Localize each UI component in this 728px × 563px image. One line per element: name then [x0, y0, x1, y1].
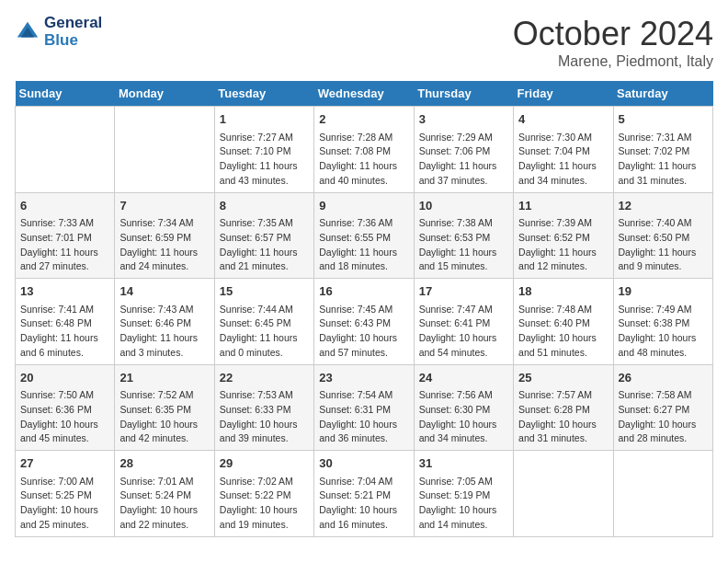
page-header: General Blue October 2024 Marene, Piedmo… [15, 15, 713, 70]
day-info: Sunrise: 7:58 AM Sunset: 6:27 PM Dayligh… [619, 388, 708, 446]
calendar-cell [115, 107, 214, 193]
calendar-cell: 8Sunrise: 7:35 AM Sunset: 6:57 PM Daylig… [214, 192, 313, 279]
calendar-cell: 26Sunrise: 7:58 AM Sunset: 6:27 PM Dayli… [613, 364, 712, 451]
calendar-week-row: 6Sunrise: 7:33 AM Sunset: 7:01 PM Daylig… [16, 192, 713, 279]
day-info: Sunrise: 7:53 AM Sunset: 6:33 PM Dayligh… [220, 388, 309, 446]
day-info: Sunrise: 7:36 AM Sunset: 6:55 PM Dayligh… [319, 216, 408, 274]
calendar-cell: 5Sunrise: 7:31 AM Sunset: 7:02 PM Daylig… [613, 107, 712, 193]
calendar-cell: 3Sunrise: 7:29 AM Sunset: 7:06 PM Daylig… [414, 107, 513, 193]
day-info: Sunrise: 7:43 AM Sunset: 6:46 PM Dayligh… [119, 303, 209, 361]
day-number: 5 [619, 110, 708, 129]
calendar-cell: 2Sunrise: 7:28 AM Sunset: 7:08 PM Daylig… [314, 107, 414, 193]
calendar-table: SundayMondayTuesdayWednesdayThursdayFrid… [15, 81, 713, 537]
day-info: Sunrise: 7:48 AM Sunset: 6:40 PM Dayligh… [518, 303, 608, 361]
calendar-week-row: 20Sunrise: 7:50 AM Sunset: 6:36 PM Dayli… [16, 364, 713, 451]
day-number: 16 [319, 282, 408, 301]
day-number: 4 [518, 110, 608, 129]
title-block: October 2024 Marene, Piedmont, Italy [513, 15, 713, 70]
calendar-cell: 10Sunrise: 7:38 AM Sunset: 6:53 PM Dayli… [414, 192, 513, 279]
day-info: Sunrise: 7:54 AM Sunset: 6:31 PM Dayligh… [319, 388, 408, 446]
calendar-cell: 4Sunrise: 7:30 AM Sunset: 7:04 PM Daylig… [514, 107, 613, 193]
day-info: Sunrise: 7:38 AM Sunset: 6:53 PM Dayligh… [419, 216, 508, 274]
day-info: Sunrise: 7:41 AM Sunset: 6:48 PM Dayligh… [20, 303, 109, 361]
calendar-cell: 19Sunrise: 7:49 AM Sunset: 6:38 PM Dayli… [613, 279, 712, 365]
day-info: Sunrise: 7:39 AM Sunset: 6:52 PM Dayligh… [518, 216, 608, 274]
day-of-week-header: Tuesday [214, 81, 313, 107]
calendar-cell: 15Sunrise: 7:44 AM Sunset: 6:45 PM Dayli… [214, 279, 313, 365]
day-info: Sunrise: 7:50 AM Sunset: 6:36 PM Dayligh… [20, 388, 109, 446]
day-number: 17 [419, 282, 508, 301]
day-of-week-header: Sunday [16, 81, 115, 107]
day-info: Sunrise: 7:47 AM Sunset: 6:41 PM Dayligh… [419, 303, 508, 361]
logo-icon [15, 19, 40, 45]
calendar-cell: 1Sunrise: 7:27 AM Sunset: 7:10 PM Daylig… [214, 107, 313, 193]
day-info: Sunrise: 7:40 AM Sunset: 6:50 PM Dayligh… [619, 216, 708, 274]
logo: General Blue [15, 15, 102, 49]
logo-text: General Blue [44, 15, 102, 49]
calendar-cell: 24Sunrise: 7:56 AM Sunset: 6:30 PM Dayli… [414, 364, 513, 451]
day-number: 24 [419, 369, 508, 387]
calendar-cell: 9Sunrise: 7:36 AM Sunset: 6:55 PM Daylig… [314, 192, 414, 279]
calendar-cell: 14Sunrise: 7:43 AM Sunset: 6:46 PM Dayli… [115, 279, 214, 365]
day-number: 19 [619, 282, 708, 301]
calendar-cell: 31Sunrise: 7:05 AM Sunset: 5:19 PM Dayli… [414, 451, 513, 537]
calendar-cell: 29Sunrise: 7:02 AM Sunset: 5:22 PM Dayli… [214, 451, 313, 537]
day-info: Sunrise: 7:56 AM Sunset: 6:30 PM Dayligh… [419, 388, 508, 446]
calendar-cell: 22Sunrise: 7:53 AM Sunset: 6:33 PM Dayli… [214, 364, 313, 451]
day-info: Sunrise: 7:44 AM Sunset: 6:45 PM Dayligh… [220, 303, 309, 361]
day-number: 28 [119, 454, 209, 473]
calendar-week-row: 1Sunrise: 7:27 AM Sunset: 7:10 PM Daylig… [16, 107, 713, 193]
day-number: 11 [518, 197, 608, 215]
day-number: 31 [419, 454, 508, 473]
calendar-cell: 25Sunrise: 7:57 AM Sunset: 6:28 PM Dayli… [514, 364, 613, 451]
day-info: Sunrise: 7:57 AM Sunset: 6:28 PM Dayligh… [518, 388, 608, 446]
calendar-header-row: SundayMondayTuesdayWednesdayThursdayFrid… [16, 81, 713, 107]
calendar-week-row: 27Sunrise: 7:00 AM Sunset: 5:25 PM Dayli… [16, 451, 713, 537]
day-info: Sunrise: 7:30 AM Sunset: 7:04 PM Dayligh… [518, 131, 608, 189]
day-number: 1 [220, 110, 309, 129]
calendar-week-row: 13Sunrise: 7:41 AM Sunset: 6:48 PM Dayli… [16, 279, 713, 365]
day-info: Sunrise: 7:01 AM Sunset: 5:24 PM Dayligh… [119, 475, 209, 533]
day-number: 3 [419, 110, 508, 129]
day-info: Sunrise: 7:29 AM Sunset: 7:06 PM Dayligh… [419, 131, 508, 189]
day-of-week-header: Saturday [613, 81, 712, 107]
day-number: 10 [419, 197, 508, 215]
calendar-cell: 11Sunrise: 7:39 AM Sunset: 6:52 PM Dayli… [514, 192, 613, 279]
day-of-week-header: Friday [514, 81, 613, 107]
calendar-cell: 12Sunrise: 7:40 AM Sunset: 6:50 PM Dayli… [613, 192, 712, 279]
day-number: 25 [518, 369, 608, 387]
calendar-cell: 21Sunrise: 7:52 AM Sunset: 6:35 PM Dayli… [115, 364, 214, 451]
day-number: 27 [20, 454, 109, 473]
day-info: Sunrise: 7:34 AM Sunset: 6:59 PM Dayligh… [119, 216, 209, 274]
day-number: 13 [20, 282, 109, 301]
day-number: 20 [20, 369, 109, 387]
day-number: 30 [319, 454, 408, 473]
day-info: Sunrise: 7:49 AM Sunset: 6:38 PM Dayligh… [619, 303, 708, 361]
location: Marene, Piedmont, Italy [513, 53, 713, 70]
calendar-cell: 6Sunrise: 7:33 AM Sunset: 7:01 PM Daylig… [16, 192, 115, 279]
day-number: 7 [119, 197, 209, 215]
day-of-week-header: Monday [115, 81, 214, 107]
day-number: 21 [119, 369, 209, 387]
calendar-cell: 30Sunrise: 7:04 AM Sunset: 5:21 PM Dayli… [314, 451, 414, 537]
day-info: Sunrise: 7:00 AM Sunset: 5:25 PM Dayligh… [20, 475, 109, 533]
calendar-cell [16, 107, 115, 193]
day-number: 2 [319, 110, 408, 129]
day-number: 8 [220, 197, 309, 215]
month-title: October 2024 [513, 15, 713, 53]
day-info: Sunrise: 7:27 AM Sunset: 7:10 PM Dayligh… [220, 131, 309, 189]
day-number: 22 [220, 369, 309, 387]
day-info: Sunrise: 7:52 AM Sunset: 6:35 PM Dayligh… [119, 388, 209, 446]
day-number: 18 [518, 282, 608, 301]
day-number: 9 [319, 197, 408, 215]
day-number: 15 [220, 282, 309, 301]
calendar-cell: 16Sunrise: 7:45 AM Sunset: 6:43 PM Dayli… [314, 279, 414, 365]
calendar-cell: 13Sunrise: 7:41 AM Sunset: 6:48 PM Dayli… [16, 279, 115, 365]
day-number: 26 [619, 369, 708, 387]
calendar-cell [514, 451, 613, 537]
day-number: 12 [619, 197, 708, 215]
calendar-cell: 27Sunrise: 7:00 AM Sunset: 5:25 PM Dayli… [16, 451, 115, 537]
day-number: 23 [319, 369, 408, 387]
day-of-week-header: Wednesday [314, 81, 414, 107]
calendar-cell: 18Sunrise: 7:48 AM Sunset: 6:40 PM Dayli… [514, 279, 613, 365]
